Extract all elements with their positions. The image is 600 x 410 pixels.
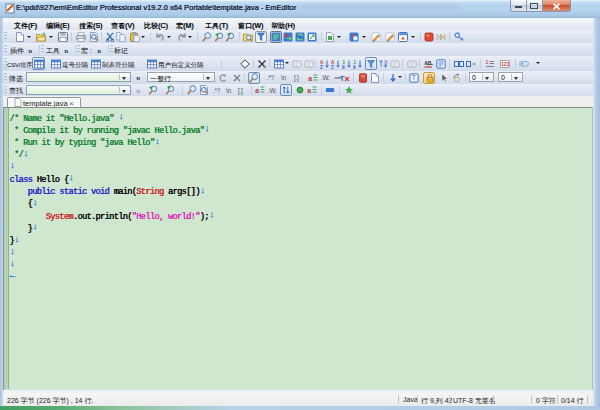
svg-text:T: T [340, 74, 345, 81]
